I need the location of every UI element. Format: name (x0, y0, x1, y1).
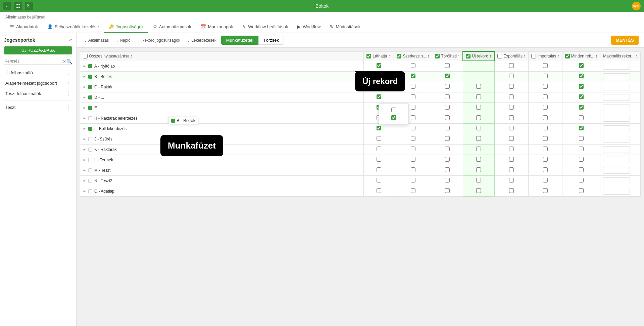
cell-mindenrek-e (562, 103, 600, 113)
th-szerkeszth[interactable]: Szerkeszth... ↕ (394, 51, 432, 61)
expand-icon-k[interactable]: ► (83, 148, 86, 151)
switch-munkafuzetek[interactable]: Munkafüzetek (221, 36, 258, 45)
expand-icon-l[interactable]: ► (83, 158, 86, 162)
row-icon-empty-j (88, 137, 92, 141)
cell-exportalas-m (494, 165, 529, 175)
cell-mindenrek-i (562, 123, 600, 134)
cell-maxrekord-l (600, 155, 641, 165)
sidebar-divider (4, 100, 72, 101)
th-maxrekord[interactable]: Maximális rekor... ↕ (600, 51, 641, 61)
expand-icon-i[interactable]: ► (83, 127, 86, 130)
table-container: Összes nyitása/zárása ↕ Láthatja ↕ (77, 48, 644, 326)
th-check-lathaja[interactable] (366, 54, 371, 58)
tab-workflow[interactable]: ▶ Workflow (293, 22, 325, 33)
th-torolheti[interactable]: Törölheti ↕ (432, 51, 463, 61)
tab-modositasok[interactable]: ↻ Módosítások (325, 22, 365, 33)
sidebar-item-uj-felhasznalo[interactable]: Új felhasználó ⋮ (4, 68, 72, 78)
th-exportalas[interactable]: Exportálás ↕ (494, 51, 529, 61)
expand-icon-m[interactable]: ► (83, 168, 86, 172)
tab-automatizmusok[interactable]: ⚙ Automatizmusok (148, 22, 196, 33)
expand-icon-c[interactable]: ► (83, 85, 86, 89)
expand-icon-b[interactable]: ► (83, 75, 86, 78)
th-check-exportalas[interactable] (497, 54, 502, 58)
row-icon-a (88, 64, 92, 68)
cell-maxrekord-a (600, 61, 641, 71)
cell-torolheti-m (432, 165, 463, 175)
cell-maxrekord-h (600, 113, 641, 123)
sidebar-item-teszt-felhasznalok[interactable]: Teszt felhasználók ⋮ (4, 88, 72, 99)
cell-name-l: ► L - Termék (80, 155, 364, 165)
expand-icon-o[interactable]: ► (83, 189, 86, 193)
user-avatar[interactable]: WB (632, 2, 641, 10)
sidebar-item-teszt[interactable]: Teszt ⋮ (4, 102, 72, 113)
th-mindenrek[interactable]: Minden rek... ↕ (562, 51, 600, 61)
cell-exportalas-h (494, 113, 529, 123)
row-icon-empty-h (88, 116, 92, 120)
expand-icon-n[interactable]: ► (83, 179, 86, 182)
add-group-button[interactable]: ÚJ HOZZÁADÁSA (4, 46, 72, 54)
cell-mindenrek-j (562, 134, 600, 144)
sidebar-header: Jogcsoportok « (4, 37, 72, 43)
tab-alapadatok[interactable]: ☷ Alapadatok (5, 22, 43, 33)
more-icon-0[interactable]: ⋮ (65, 70, 71, 76)
cell-lathaja-j (364, 134, 394, 144)
th-importalas[interactable]: Importálás ↕ (529, 51, 562, 61)
th-lathaja[interactable]: Láthatja ↕ (364, 51, 394, 61)
expand-icon-d[interactable]: ► (83, 95, 86, 99)
th-check-importalas[interactable] (531, 54, 536, 58)
cell-name-m: ► M - Teszt (80, 165, 364, 175)
filter-alkalmazas[interactable]: ⌄ Alkalmazás (82, 37, 111, 44)
th-name[interactable]: Összes nyitása/zárása ↕ (80, 51, 364, 61)
th-check-ujrekord[interactable] (466, 54, 470, 58)
row-name-a: A - Nyitólap (94, 64, 115, 69)
sidebar-item-alapertelmezett[interactable]: Alapértelmezett jogcsoport ⋮ (4, 78, 72, 88)
cell-importalas-b (529, 71, 562, 82)
search-input[interactable] (4, 58, 72, 65)
th-check-name[interactable] (83, 54, 88, 58)
expand-icon-e[interactable]: ► (83, 106, 86, 110)
cell-lathaja-m (364, 165, 394, 175)
th-ujrekord[interactable]: Új rekord ↕ (463, 51, 494, 61)
collapse-button[interactable]: « (69, 37, 72, 43)
cell-torolheti-j (432, 134, 463, 144)
expand-icon-h[interactable]: ► (83, 116, 86, 120)
clear-icon[interactable]: ✕ (63, 59, 66, 64)
th-check-torolheti[interactable] (435, 54, 440, 58)
more-icon-extra[interactable]: ⋮ (65, 104, 71, 111)
tab-munkanapok[interactable]: 📅 Munkanapok (196, 22, 238, 33)
refresh-button[interactable]: ↻ (25, 2, 33, 10)
cell-ujrekord-h (463, 113, 494, 123)
tab-felhasznalok[interactable]: 👤 Felhasználók kezelése (43, 22, 104, 33)
popup-checkbox-a[interactable] (391, 108, 396, 112)
row-name-d: D - ... (94, 95, 104, 100)
grid-button[interactable]: ☷ (14, 2, 22, 10)
search-icon[interactable]: 🔍 (66, 59, 72, 64)
row-name-j: J - Szűrés (94, 137, 112, 141)
cell-mindenrek-l (562, 155, 600, 165)
filter-lekerdezes[interactable]: ⌄ Lekérdezések (185, 37, 218, 44)
top-bar-right: WB (632, 2, 641, 10)
cell-importalas-e (529, 103, 562, 113)
tooltip-new-record-container: Új rekord (355, 71, 364, 77)
expand-icon-a[interactable]: ► (83, 64, 86, 68)
switch-torzsek[interactable]: Törzsek (258, 36, 284, 45)
th-check-szerkeszth[interactable] (397, 54, 401, 58)
th-check-mindenrek[interactable] (565, 54, 570, 58)
more-icon-1[interactable]: ⋮ (65, 80, 71, 86)
filter-rekord-jogosultsagok[interactable]: ⌄ Rekord jogosultságok (135, 37, 182, 44)
row-name-o: O - Adatlap (94, 189, 114, 194)
back-button[interactable]: ← (3, 2, 11, 10)
row-icon-b (88, 75, 92, 79)
filter-naplo[interactable]: ⌄ Napló (113, 37, 132, 44)
tab-jogosultsagok[interactable]: 🔑 Jogosultságok (104, 22, 148, 33)
cell-lathaja-n (364, 175, 394, 186)
cell-szerkeszth-a (394, 61, 432, 71)
row-name-k: K - Raktárak (94, 147, 117, 152)
tab-workflow-beallitasok[interactable]: ✎ Workflow beállítások (238, 22, 293, 33)
automatizmusok-icon: ⚙ (153, 24, 157, 29)
save-button[interactable]: MENTÉS (611, 36, 639, 45)
expand-icon-j[interactable]: ► (83, 137, 86, 141)
more-icon-2[interactable]: ⋮ (65, 90, 71, 97)
popup-checkbox-b[interactable] (391, 115, 396, 120)
row-name-i: I - Bolt lekérdezés (94, 126, 127, 131)
